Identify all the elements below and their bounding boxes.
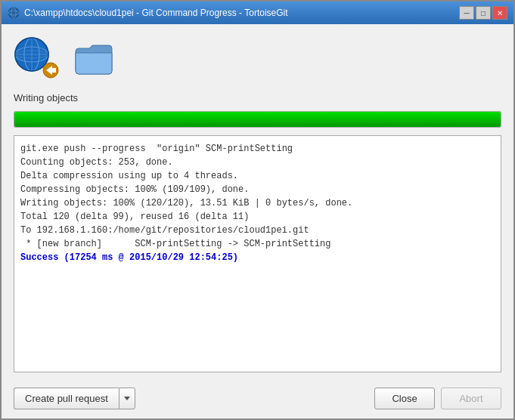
folder-icon bbox=[74, 42, 113, 76]
close-button[interactable]: Close bbox=[374, 388, 435, 409]
progress-bar-container bbox=[14, 111, 501, 128]
output-line: * [new branch] SCM-printSetting -> SCM-p… bbox=[20, 237, 495, 251]
output-line: Delta compression using up to 4 threads. bbox=[20, 169, 495, 183]
output-line: Total 120 (delta 99), reused 16 (delta 1… bbox=[20, 210, 495, 224]
output-line: Writing objects: 100% (120/120), 13.51 K… bbox=[20, 196, 495, 210]
output-line: git.exe push --progress "origin" SCM-pri… bbox=[20, 142, 495, 156]
close-window-button[interactable]: ✕ bbox=[492, 6, 507, 20]
title-bar: C:\xampp\htdocs\cloud1pei - Git Command … bbox=[2, 2, 513, 24]
minimize-button[interactable]: ─ bbox=[459, 6, 474, 20]
output-line: Counting objects: 253, done. bbox=[20, 156, 495, 169]
footer-left: Create pull request bbox=[14, 388, 135, 409]
footer: Create pull request Close Abort bbox=[2, 381, 513, 418]
title-bar-left: C:\xampp\htdocs\cloud1pei - Git Command … bbox=[8, 7, 288, 19]
title-text: C:\xampp\htdocs\cloud1pei - Git Command … bbox=[24, 8, 288, 18]
svg-point-0 bbox=[8, 8, 19, 18]
create-pull-request-button[interactable]: Create pull request bbox=[14, 388, 119, 409]
maximize-button[interactable]: □ bbox=[476, 6, 491, 20]
tortoisegit-icon bbox=[8, 7, 20, 19]
create-pull-request-split-button: Create pull request bbox=[14, 388, 135, 409]
create-pull-request-dropdown-button[interactable] bbox=[119, 388, 135, 409]
output-line: Success (17254 ms @ 2015/10/29 12:54:25) bbox=[20, 251, 495, 264]
main-window: C:\xampp\htdocs\cloud1pei - Git Command … bbox=[0, 0, 515, 420]
output-box: git.exe push --progress "origin" SCM-pri… bbox=[14, 135, 501, 372]
network-arrow-icon bbox=[42, 62, 59, 79]
globe-icon-container bbox=[14, 36, 59, 82]
abort-button: Abort bbox=[441, 388, 501, 409]
icons-row bbox=[14, 33, 501, 85]
status-label: Writing objects bbox=[14, 92, 501, 103]
title-buttons: ─ □ ✕ bbox=[459, 6, 507, 20]
output-line: Compressing objects: 100% (109/109), don… bbox=[20, 183, 495, 196]
content-area: Writing objects git.exe push --progress … bbox=[2, 24, 513, 381]
chevron-down-icon bbox=[124, 397, 130, 400]
output-line: To 192.168.1.160:/home/git/repositories/… bbox=[20, 224, 495, 237]
footer-right: Close Abort bbox=[374, 388, 501, 409]
progress-bar-fill bbox=[14, 112, 501, 127]
